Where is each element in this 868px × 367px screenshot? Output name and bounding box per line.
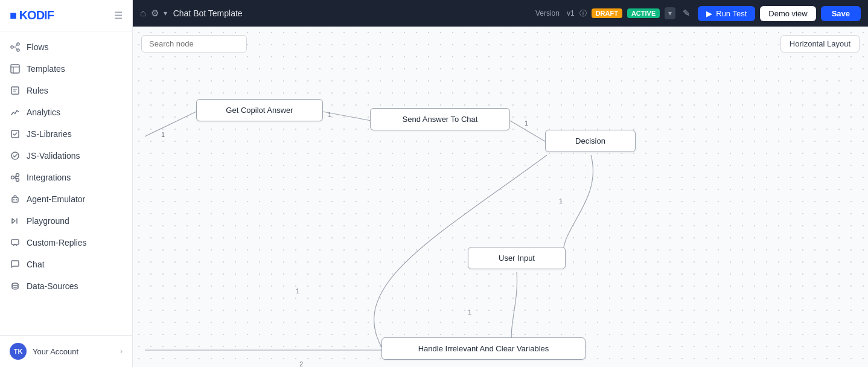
node-decision[interactable]: Decision [545, 130, 636, 152]
svg-point-1 [17, 43, 19, 45]
agent-emulator-icon [10, 194, 21, 205]
sidebar-nav: Flows Templates Rules Analytics JS-Libra… [0, 31, 132, 335]
edge-label-e2: 1 [525, 120, 528, 127]
svg-point-12 [16, 199, 17, 200]
svg-point-14 [12, 283, 18, 286]
sidebar-item-custom-replies-label: Custom-Replies [27, 238, 87, 247]
playground-icon [10, 215, 21, 226]
node-send-answer[interactable]: Send Answer To Chat [370, 108, 510, 130]
flow-nodes: Get Copilot Answer Send Answer To Chat D… [133, 27, 868, 367]
edge-label-e1: 1 [328, 111, 331, 118]
sidebar-item-data-sources[interactable]: Data-Sources [0, 275, 132, 297]
node-handle-irrelevant[interactable]: Handle Irrelevant And Clear Variables [381, 337, 586, 360]
logo-text: ■ KODIF [10, 8, 54, 22]
edge-label-e6: 1 [468, 308, 471, 316]
sidebar-toggle-icon[interactable]: ☰ [114, 10, 123, 21]
account-name: Your Account [33, 347, 114, 356]
svg-rect-10 [12, 197, 18, 202]
run-test-button[interactable]: ▶ Run Test [698, 6, 755, 21]
node-user-input[interactable]: User Input [468, 247, 566, 269]
sidebar-item-custom-replies[interactable]: Custom-Replies [0, 232, 132, 254]
analytics-icon [10, 107, 21, 118]
home-icon[interactable]: ⌂ [140, 8, 146, 19]
svg-rect-5 [11, 130, 19, 138]
flows-icon [10, 42, 21, 53]
js-validations-icon [10, 150, 21, 161]
sidebar-item-flows-label: Flows [27, 42, 49, 52]
svg-rect-13 [11, 240, 19, 244]
demo-view-button[interactable]: Demo view [760, 6, 815, 21]
save-button[interactable]: Save [821, 6, 861, 21]
sidebar-item-templates[interactable]: Templates [0, 58, 132, 80]
svg-point-9 [16, 179, 19, 182]
account-arrow-icon: › [120, 347, 123, 356]
sidebar: ■ KODIF ☰ Flows Templates Rules [0, 0, 133, 367]
sidebar-item-js-validations[interactable]: JS-Validations [0, 145, 132, 167]
canvas-area: Horizontal Layout Get Copilot Answer Sen… [133, 27, 868, 367]
data-sources-icon [10, 281, 21, 292]
sidebar-item-integrations-label: Integrations [27, 173, 71, 182]
sidebar-item-chat[interactable]: Chat [0, 254, 132, 275]
edge-label-e5: 1 [296, 287, 299, 295]
logo[interactable]: ■ KODIF ☰ [0, 0, 132, 31]
node-send-answer-label: Send Answer To Chat [403, 115, 478, 124]
sidebar-item-templates-label: Templates [27, 64, 65, 74]
svg-point-8 [16, 174, 19, 177]
sidebar-item-rules-label: Rules [27, 86, 48, 95]
edge-label-e3: 1 [161, 131, 165, 138]
node-handle-irrelevant-label: Handle Irrelevant And Clear Variables [418, 344, 549, 353]
sidebar-item-playground[interactable]: Playground [0, 210, 132, 232]
rules-icon [10, 85, 21, 96]
node-decision-label: Decision [575, 136, 605, 145]
chat-icon [10, 259, 21, 270]
topbar-title: Chat Bot Template [173, 8, 243, 18]
run-test-label: Run Test [716, 9, 747, 18]
js-libraries-icon [10, 129, 21, 139]
version-info-icon: ⓘ [579, 8, 587, 19]
sidebar-item-agent-emulator[interactable]: Agent-Emulator [0, 188, 132, 210]
edge-label-e7: 2 [299, 360, 303, 367]
run-icon: ▶ [706, 9, 712, 18]
topbar: ⌂ ⚙ ▾ Chat Bot Template Version v1 ⓘ DRA… [133, 0, 868, 27]
svg-point-0 [11, 46, 13, 48]
custom-replies-icon [10, 237, 21, 248]
sidebar-item-integrations[interactable]: Integrations [0, 167, 132, 188]
sidebar-item-analytics[interactable]: Analytics [0, 101, 132, 123]
svg-rect-3 [11, 65, 19, 73]
edge-label-e4: 1 [559, 197, 563, 205]
sidebar-item-agent-emulator-label: Agent-Emulator [27, 194, 85, 204]
sidebar-item-rules[interactable]: Rules [0, 80, 132, 101]
badge-active: ACTIVE [627, 8, 660, 18]
sidebar-item-chat-label: Chat [27, 260, 45, 269]
sidebar-item-js-validations-label: JS-Validations [27, 151, 80, 161]
avatar: TK [10, 343, 27, 360]
templates-icon [10, 63, 21, 74]
account-footer[interactable]: TK Your Account › [0, 335, 132, 367]
node-user-input-label: User Input [499, 254, 535, 263]
svg-rect-4 [11, 87, 19, 94]
settings-icon[interactable]: ⚙ [151, 8, 159, 19]
svg-point-7 [11, 176, 14, 179]
sidebar-item-data-sources-label: Data-Sources [27, 281, 78, 291]
sidebar-item-js-libraries-label: JS-Libraries [27, 129, 72, 139]
sidebar-item-analytics-label: Analytics [27, 107, 60, 117]
svg-point-11 [13, 199, 14, 200]
version-number: v1 [567, 9, 575, 18]
node-get-copilot-label: Get Copilot Answer [226, 106, 293, 115]
version-dropdown-btn[interactable]: ▾ [665, 7, 675, 19]
version-label: Version [535, 9, 560, 18]
edit-icon-btn[interactable]: ✎ [680, 5, 693, 21]
topbar-caret-icon[interactable]: ▾ [164, 9, 167, 18]
badge-draft: DRAFT [592, 8, 622, 18]
svg-point-6 [11, 152, 19, 159]
node-get-copilot[interactable]: Get Copilot Answer [196, 99, 323, 121]
sidebar-item-js-libraries[interactable]: JS-Libraries [0, 123, 132, 145]
svg-point-2 [17, 49, 19, 51]
sidebar-item-playground-label: Playground [27, 216, 69, 226]
integrations-icon [10, 172, 21, 183]
sidebar-item-flows[interactable]: Flows [0, 36, 132, 58]
